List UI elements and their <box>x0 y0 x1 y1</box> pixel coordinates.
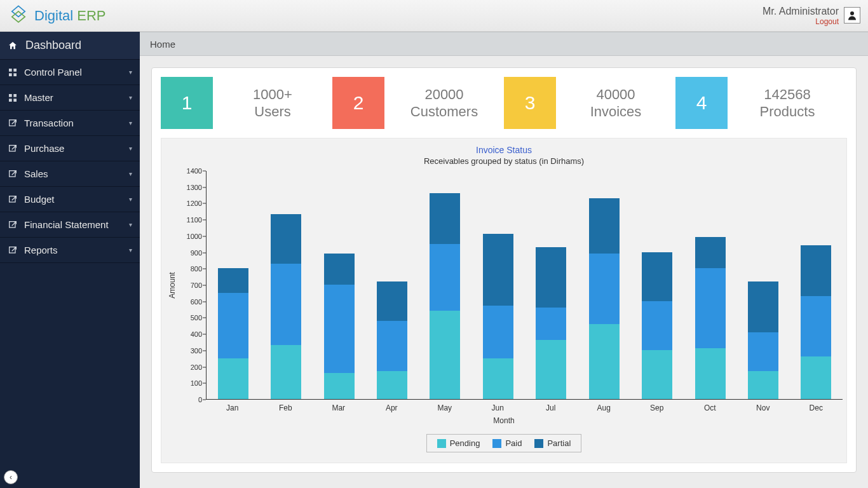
chevron-down-icon: ▾ <box>129 247 132 254</box>
svg-rect-5 <box>9 94 12 97</box>
ytick: 1000 <box>187 233 202 240</box>
user-name: Mr. Administrator <box>763 5 839 17</box>
bar-segment-paid <box>377 321 407 372</box>
sidebar-item-label: Master <box>24 92 53 103</box>
sidebar-item-control-panel[interactable]: Control Panel▾ <box>0 60 140 85</box>
bar-mar[interactable] <box>313 171 365 399</box>
svg-rect-7 <box>9 98 12 102</box>
stat-text: 40000Invoices <box>556 86 675 121</box>
sidebar-item-label: Purchase <box>24 143 64 154</box>
external-link-icon <box>8 118 18 128</box>
breadcrumb-home: Home <box>150 39 175 50</box>
bar-feb[interactable] <box>259 171 312 399</box>
bar-segment-partial <box>218 268 248 293</box>
stat-card-invoices[interactable]: 340000Invoices <box>504 77 675 129</box>
stat-card-customers[interactable]: 220000Customers <box>332 77 504 129</box>
bar-segment-pending <box>483 358 513 399</box>
legend-pending[interactable]: Pending <box>437 438 480 448</box>
brand-text: Digital ERP <box>34 8 106 24</box>
svg-rect-10 <box>10 145 15 151</box>
sidebar-item-financial-statement[interactable]: Financial Statement▾ <box>0 212 140 238</box>
breadcrumb[interactable]: Home <box>140 32 868 56</box>
ytick: 0 <box>198 396 202 403</box>
chevron-down-icon: ▾ <box>129 145 132 152</box>
logout-link[interactable]: Logout <box>815 17 839 26</box>
bar-segment-partial <box>430 193 460 244</box>
bar-segment-partial <box>536 247 566 308</box>
legend-paid[interactable]: Paid <box>492 438 522 448</box>
dashboard-panel: 11000+Users220000Customers340000Invoices… <box>151 67 857 473</box>
xtick: May <box>418 400 471 412</box>
bar-jun[interactable] <box>471 171 524 399</box>
chart-ylabel: Amount <box>165 171 179 400</box>
brand[interactable]: Digital ERP <box>8 4 106 28</box>
bar-apr[interactable] <box>365 171 418 399</box>
ytick: 600 <box>191 298 202 306</box>
bar-segment-partial <box>483 234 513 306</box>
ytick: 1200 <box>187 200 202 207</box>
main: Home 11000+Users220000Customers340000Inv… <box>140 32 868 488</box>
stats-row: 11000+Users220000Customers340000Invoices… <box>161 77 847 129</box>
sidebar-item-transaction[interactable]: Transaction▾ <box>0 111 140 136</box>
stat-card-products[interactable]: 4142568Products <box>675 77 847 129</box>
external-link-icon <box>8 144 18 154</box>
grid-icon <box>8 67 18 78</box>
chevron-down-icon: ▾ <box>129 221 132 228</box>
legend-partial[interactable]: Partial <box>534 438 571 448</box>
bar-segment-partial <box>271 214 301 263</box>
bar-segment-paid <box>430 244 460 311</box>
bar-jan[interactable] <box>207 171 259 399</box>
grid-icon <box>8 93 18 103</box>
bar-segment-paid <box>218 293 248 358</box>
sidebar-item-purchase[interactable]: Purchase▾ <box>0 136 140 161</box>
bar-oct[interactable] <box>684 171 736 399</box>
bar-segment-partial <box>748 281 778 332</box>
sidebar-item-label: Reports <box>24 245 58 255</box>
stat-text: 142568Products <box>728 86 847 121</box>
bar-segment-partial <box>642 252 672 301</box>
bar-may[interactable] <box>419 171 471 399</box>
bar-segment-pending <box>748 371 778 399</box>
collapse-sidebar-button[interactable]: ‹ <box>4 470 18 484</box>
xtick: Dec <box>790 400 843 412</box>
top-bar: Digital ERP Mr. Administrator Logout <box>0 0 868 32</box>
chevron-down-icon: ▾ <box>129 170 132 177</box>
bar-segment-pending <box>377 371 407 399</box>
stat-card-users[interactable]: 11000+Users <box>161 77 332 129</box>
svg-rect-11 <box>10 170 15 176</box>
logo-icon <box>8 4 29 28</box>
bar-segment-partial <box>695 237 726 268</box>
sidebar-item-master[interactable]: Master▾ <box>0 85 140 111</box>
bar-segment-pending <box>218 358 248 399</box>
chart-subtitle: Receivables grouped by status (in Dirham… <box>165 156 843 166</box>
bar-aug[interactable] <box>578 171 630 399</box>
bar-nov[interactable] <box>736 171 789 399</box>
ytick: 1100 <box>187 216 202 224</box>
bar-segment-paid <box>536 308 566 340</box>
chevron-down-icon: ▾ <box>129 94 132 101</box>
bar-segment-paid <box>642 301 672 350</box>
svg-rect-3 <box>9 73 12 76</box>
stat-text: 1000+Users <box>213 86 332 121</box>
bar-segment-partial <box>324 254 355 285</box>
bar-sep[interactable] <box>630 171 683 399</box>
svg-rect-12 <box>10 196 15 201</box>
chart-title: Invoice Status <box>165 145 843 155</box>
bar-jul[interactable] <box>525 171 578 399</box>
sidebar-item-reports[interactable]: Reports▾ <box>0 238 140 263</box>
sidebar-dashboard[interactable]: Dashboard <box>0 32 140 60</box>
svg-rect-2 <box>13 69 17 72</box>
bar-segment-paid <box>324 285 355 373</box>
avatar[interactable] <box>844 7 860 24</box>
ytick: 300 <box>191 347 202 355</box>
external-link-icon <box>8 245 18 255</box>
sidebar-item-budget[interactable]: Budget▾ <box>0 187 140 212</box>
chevron-left-icon: ‹ <box>10 473 12 482</box>
bar-segment-pending <box>801 356 831 399</box>
sidebar-item-sales[interactable]: Sales▾ <box>0 161 140 187</box>
xtick: Sep <box>630 400 684 412</box>
ytick: 700 <box>191 281 202 289</box>
xtick: Oct <box>684 400 737 412</box>
svg-rect-8 <box>13 98 17 102</box>
bar-dec[interactable] <box>790 171 843 399</box>
